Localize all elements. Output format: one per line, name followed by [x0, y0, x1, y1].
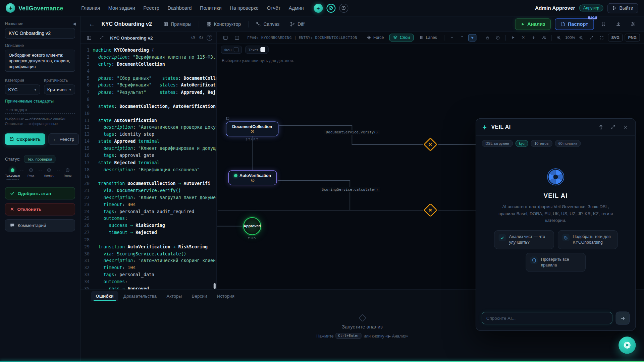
text-color-toggle[interactable]: Текст	[245, 46, 269, 54]
node-document-collection[interactable]: DocumentCollection	[226, 121, 278, 136]
diff-button[interactable]: Diff	[287, 19, 308, 28]
direction-turn-button[interactable]	[468, 34, 476, 41]
edge-label-verify[interactable]: DocumentService.verify()	[324, 130, 380, 135]
ai-fab-button[interactable]	[619, 337, 636, 354]
export-svg-button[interactable]: SVG	[608, 34, 623, 41]
code-line[interactable]: state AutoVerification	[93, 117, 217, 124]
save-button[interactable]: Сохранить	[5, 133, 45, 145]
download-button[interactable]	[613, 19, 624, 29]
timer-button[interactable]	[494, 34, 502, 41]
code-area[interactable]: 1234567891011121314151617181920212223242…	[80, 44, 216, 289]
export-png-button[interactable]: PNG	[625, 34, 640, 41]
code-line[interactable]: description: "Автоматическая проверка до…	[93, 124, 217, 131]
code-line[interactable]: description: "Автоматический скоринг кли…	[93, 257, 217, 264]
settings-button[interactable]	[628, 19, 638, 29]
code-line[interactable]: via: ScoringService.calculate()	[93, 250, 217, 257]
editor-scrollbar[interactable]	[214, 283, 216, 289]
code-line[interactable]: success → RiskScoring	[93, 222, 217, 229]
close-chat-button[interactable]	[622, 123, 630, 131]
code-line[interactable]: tags: personal_data audit_required	[93, 208, 217, 215]
code-line[interactable]: timeout: 30s	[93, 201, 217, 208]
nav-item-1[interactable]: Мои задачи	[104, 3, 139, 13]
panel-toggle-button[interactable]	[85, 34, 94, 42]
approve-stage-button[interactable]: Одобрить этап	[5, 187, 75, 199]
collapse-row-button[interactable]: −	[448, 34, 456, 41]
collapse-sidebar-button[interactable]: ◀	[73, 21, 76, 26]
expand-editor-button[interactable]	[97, 34, 106, 42]
code-line[interactable]: timeout: 10s	[93, 264, 217, 271]
zoom-out-button[interactable]	[577, 34, 585, 41]
clear-button[interactable]: ✕	[519, 34, 527, 41]
nav-item-4[interactable]: Политики	[196, 3, 226, 13]
code-line[interactable]: description: "Верификация отклонена"	[93, 166, 217, 173]
direction-up-button[interactable]: ⌃	[458, 34, 466, 41]
description-textarea[interactable]: Онбординг нового клиента: проверка докум…	[5, 50, 75, 72]
code-line[interactable]	[93, 236, 217, 243]
examples-button[interactable]: Примеры	[160, 19, 195, 28]
edge-label-calculate[interactable]: ScoringService.calculate()	[320, 187, 380, 192]
undo-button[interactable]: ↺	[191, 35, 196, 41]
passport-button[interactable]: Паспорт PDF	[555, 18, 594, 29]
force-layout-button[interactable]: Force	[363, 34, 387, 41]
category-select[interactable]: KYC▼	[5, 84, 40, 94]
auto-run-button[interactable]	[529, 34, 537, 41]
machine-name-input[interactable]	[5, 28, 75, 39]
builder-button[interactable]: Конструктор	[203, 19, 244, 28]
redo-button[interactable]: ↻	[199, 35, 203, 41]
timeout-diamond-2[interactable]	[424, 204, 437, 217]
panel-left-button[interactable]	[221, 34, 230, 42]
code-line[interactable]: entry: DocumentCollection	[93, 61, 217, 68]
code-line[interactable]: machine KYCOnboarding {	[93, 47, 217, 54]
reject-button[interactable]: Отклонить	[5, 203, 75, 216]
code-line[interactable]	[93, 68, 217, 75]
code-line[interactable]: transition DocumentCollection → AutoVeri…	[93, 180, 217, 187]
code-line[interactable]: state Approved terminal	[93, 138, 217, 145]
node-auto-verification[interactable]: AutoVerification	[228, 170, 277, 185]
code-line[interactable]	[93, 96, 217, 103]
code-line[interactable]: via: DocumentService.verify()	[93, 187, 217, 194]
code-line[interactable]: pass → Approved	[93, 285, 217, 289]
code-line[interactable]: description: "Клиент верифицирован и доп…	[93, 145, 217, 152]
fullscreen-button[interactable]	[598, 34, 606, 41]
code-line[interactable]	[93, 173, 217, 180]
help-icon[interactable]: ?	[207, 35, 212, 40]
ai-suggestion-check[interactable]: Анализ чист — что улучшить?	[494, 230, 554, 249]
panel-split-button[interactable]	[232, 34, 241, 42]
ai-suggestion-shield[interactable]: Проверить все правила	[526, 253, 586, 272]
lanes-layout-button[interactable]: Lanes	[416, 34, 441, 41]
fit-view-button[interactable]	[587, 34, 595, 41]
zoom-in-button[interactable]	[555, 34, 563, 41]
code-line[interactable]: transition AutoVerification → RiskScorin…	[93, 243, 217, 250]
back-button[interactable]: ←	[86, 20, 97, 28]
code-line[interactable]: phase: "Верификация" states: AutoVerific…	[93, 82, 217, 89]
expand-chat-button[interactable]	[609, 123, 617, 131]
nav-item-7[interactable]: Админ	[285, 3, 308, 13]
code-line[interactable]: state Rejected terminal	[93, 159, 217, 166]
comment-button[interactable]: Комментарий	[5, 219, 75, 231]
bottom-tab-1[interactable]: Доказательства	[119, 291, 161, 301]
bottom-tab-0[interactable]: Ошибки	[91, 291, 118, 301]
code-line[interactable]	[93, 110, 217, 117]
ai-prompt-input[interactable]	[482, 312, 612, 324]
code-line[interactable]: description: "Верификация клиента по 115…	[93, 54, 217, 61]
clear-chat-button[interactable]	[597, 123, 605, 131]
approval-ring-icon[interactable]	[326, 3, 335, 12]
create-button[interactable]: +	[314, 3, 323, 12]
node-approved[interactable]: Approved	[243, 217, 261, 235]
nav-item-2[interactable]: Реестр	[139, 3, 163, 13]
code-line[interactable]: timeout → Rejected	[93, 229, 217, 236]
code-line[interactable]: tags: personal_data	[93, 271, 217, 278]
code-line[interactable]: tags: identity_step	[93, 131, 217, 138]
analyze-button[interactable]: Анализ	[515, 18, 551, 29]
registry-button[interactable]: ← Реестр	[48, 133, 78, 145]
criticality-select[interactable]: Критичес▼	[44, 84, 75, 94]
actors-button[interactable]	[540, 34, 548, 41]
layers-layout-button[interactable]: Слои	[389, 34, 413, 41]
nav-item-0[interactable]: Главная	[77, 3, 104, 13]
history-icon[interactable]	[339, 3, 348, 12]
brand-logo[interactable]: VeilGovernance	[6, 3, 63, 13]
lock-button[interactable]	[483, 34, 491, 41]
code-line[interactable]: phase: "Сбор данных" states: DocumentCol…	[93, 75, 217, 82]
bottom-tab-4[interactable]: История	[212, 291, 239, 301]
bookmark-button[interactable]	[598, 19, 609, 29]
